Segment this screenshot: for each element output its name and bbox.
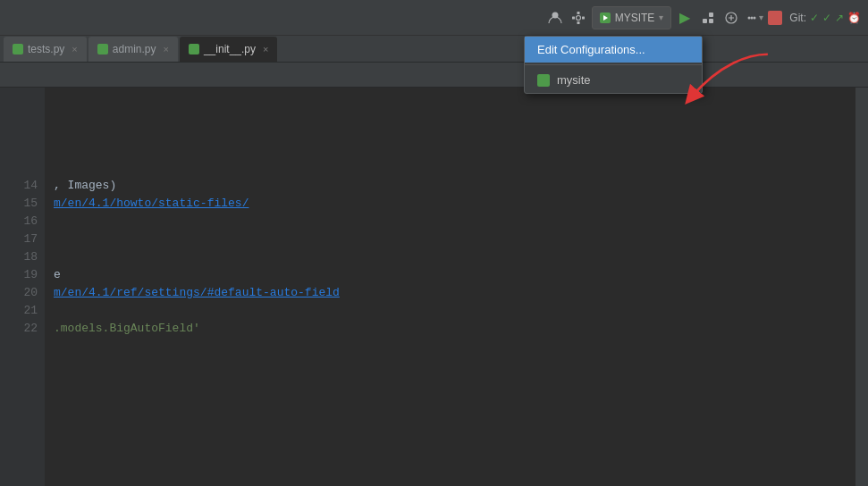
svg-point-12 (751, 16, 754, 19)
code-line-12 (54, 302, 850, 320)
config-name-label: MYSITE (615, 12, 655, 24)
run-icon[interactable]: ▶ (675, 8, 695, 28)
tab-tests-close[interactable]: × (72, 44, 77, 54)
svg-point-5 (576, 15, 580, 20)
secondary-bar (0, 63, 868, 88)
code-link-2[interactable]: m/en/4.1/ref/settings/#default-auto-fiel… (54, 286, 340, 299)
git-check2: ✓ (822, 12, 831, 24)
tab-tests[interactable]: tests.py × (4, 37, 87, 62)
git-section: Git: ✓ ✓ ↗ ⏰ (789, 12, 861, 24)
tab-init-label: __init__.py (204, 43, 256, 55)
tab-admin-close[interactable]: × (164, 44, 169, 54)
more-config-icon[interactable]: ▾ (745, 8, 764, 28)
code-line-10: e (54, 266, 850, 284)
code-line-8 (54, 230, 850, 248)
tab-tests-label: tests.py (28, 43, 64, 55)
svg-rect-1 (577, 12, 579, 14)
svg-rect-2 (577, 21, 579, 24)
svg-rect-8 (709, 13, 713, 17)
code-line-3 (54, 141, 850, 159)
mysite-label: mysite (557, 73, 591, 87)
git-arrow: ↗ (835, 12, 844, 24)
svg-point-13 (754, 16, 756, 19)
edit-config-label: Edit Configurations... (537, 43, 645, 56)
build-icon[interactable] (698, 8, 718, 28)
tab-init-close[interactable]: × (263, 44, 268, 54)
dropdown-menu: Edit Configurations... mysite (524, 36, 703, 94)
init-file-icon (189, 44, 199, 54)
scrollbar[interactable] (855, 88, 868, 486)
admin-file-icon (97, 44, 108, 54)
svg-rect-3 (572, 16, 575, 19)
dropdown-item-edit-config[interactable]: Edit Configurations... (525, 37, 702, 63)
tabbar: tests.py × admin.py × __init__.py × (0, 36, 868, 63)
profile-icon[interactable] (721, 8, 741, 28)
tab-admin[interactable]: admin.py × (88, 37, 178, 62)
dropdown-separator (525, 64, 702, 65)
tab-init[interactable]: __init__.py × (180, 37, 277, 62)
code-line-9 (54, 248, 850, 266)
code-line-7 (54, 213, 850, 230)
code-line-5: , Images) (54, 177, 850, 195)
code-line-4 (54, 159, 850, 177)
dropdown-item-mysite[interactable]: mysite (525, 67, 702, 93)
svg-point-11 (748, 16, 751, 19)
svg-rect-7 (703, 19, 707, 23)
code-line-13: .models.BigAutoField' (54, 320, 850, 338)
toolbar: MYSITE ▾ ▶ ▾ (0, 0, 868, 36)
git-clock-icon: ⏰ (847, 12, 861, 24)
code-line-11: m/en/4.1/ref/settings/#default-auto-fiel… (54, 284, 850, 302)
user-icon[interactable] (545, 8, 565, 28)
code-line-6: m/en/4.1/howto/static-files/ (54, 195, 850, 213)
editor-area: 14 15 16 17 18 19 20 21 22 , Images) m/e… (0, 63, 868, 486)
svg-rect-4 (582, 16, 585, 19)
config-dropdown-arrow: ▾ (659, 13, 663, 22)
tests-file-icon (13, 44, 23, 54)
toolbar-right-actions: MYSITE ▾ ▶ ▾ (545, 6, 861, 29)
svg-rect-9 (709, 19, 713, 23)
git-check1: ✓ (810, 12, 819, 24)
tab-admin-label: admin.py (113, 43, 156, 55)
editor-content[interactable]: , Images) m/en/4.1/howto/static-files/ e… (0, 88, 868, 486)
code-line-1 (54, 105, 850, 123)
code-line-2 (54, 123, 850, 141)
stop-button[interactable] (768, 11, 782, 25)
run-config-button[interactable]: MYSITE ▾ (592, 6, 672, 29)
mysite-config-icon (537, 74, 550, 87)
code-link-1[interactable]: m/en/4.1/howto/static-files/ (54, 197, 249, 210)
git-label: Git: (789, 12, 806, 24)
settings-icon[interactable] (569, 8, 588, 28)
